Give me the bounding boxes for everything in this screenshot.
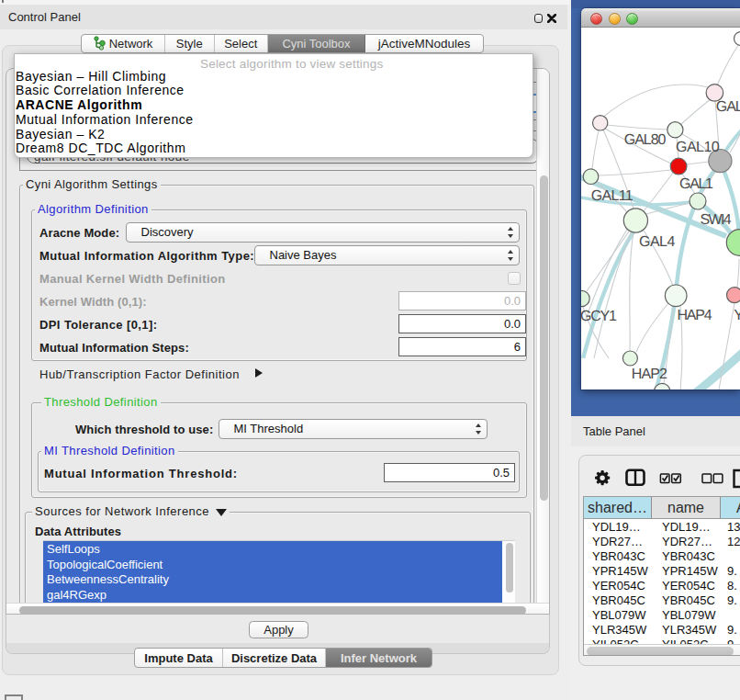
svg-text:SWI4: SWI4 [701,212,732,228]
svg-text:GAL4: GAL4 [639,234,675,250]
svg-text:GAL11: GAL11 [591,188,633,204]
svg-text:GAL80: GAL80 [624,132,667,148]
svg-text:GAL7: GAL7 [716,99,740,115]
svg-text:GCY1: GCY1 [581,309,617,324]
svg-text:YM: YM [734,308,740,323]
svg-text:GAL10: GAL10 [676,140,720,155]
svg-text:HAP2: HAP2 [632,367,667,382]
svg-text:HAP4: HAP4 [678,308,712,323]
svg-text:GAL1: GAL1 [679,176,713,192]
